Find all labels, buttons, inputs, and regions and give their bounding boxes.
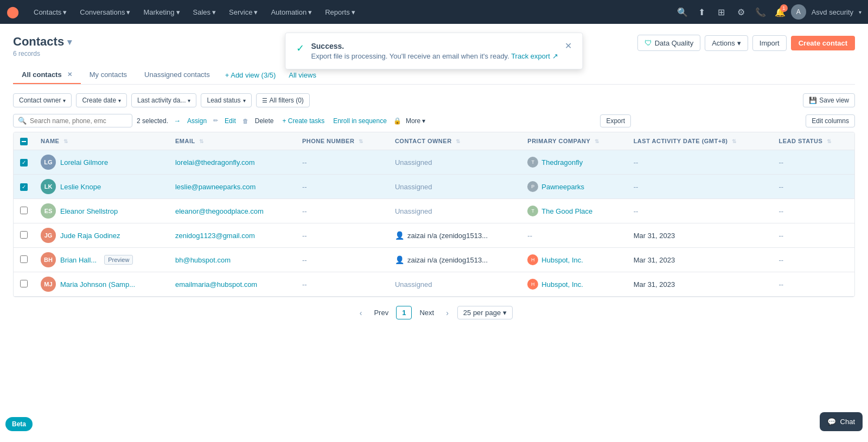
company-link[interactable]: TThe Good Place — [527, 206, 620, 216]
export-button[interactable]: Export — [600, 114, 631, 127]
company-link[interactable]: HHubspot, Inc. — [527, 279, 620, 290]
row-checkbox[interactable]: ✓ — [20, 159, 28, 166]
filter-all-filters[interactable]: ☰ All filters (0) — [256, 93, 310, 107]
company-link[interactable]: PPawneeparks — [527, 181, 620, 192]
prev-page-button[interactable]: ‹ — [355, 306, 367, 319]
tab-close-all-contacts[interactable]: ✕ — [67, 71, 72, 78]
toast-content: Success. Export file is processing. You'… — [311, 42, 558, 60]
more-button[interactable]: More ▾ — [406, 117, 425, 125]
contact-name-link[interactable]: Maria Johnson (Samp... — [60, 280, 135, 289]
contact-name-link[interactable]: Brian Hall... — [60, 256, 97, 264]
tab-my-contacts[interactable]: My contacts — [81, 66, 136, 84]
toast-title: Success. — [311, 42, 558, 50]
filter-contact-owner[interactable]: Contact owner ▾ — [13, 93, 72, 107]
select-all-checkbox[interactable] — [20, 138, 28, 145]
contact-email-link[interactable]: eleanor@thegoodplace.com — [175, 207, 264, 215]
filter-status-chevron: ▾ — [243, 98, 246, 104]
row-checkbox[interactable] — [20, 255, 28, 263]
filter-create-date[interactable]: Create date ▾ — [76, 93, 127, 107]
next-label[interactable]: Next — [416, 306, 437, 319]
contact-name-link[interactable]: Lorelai Gilmore — [60, 158, 108, 166]
search-icon-btn[interactable]: 🔍 — [674, 3, 691, 21]
toast-close-button[interactable]: ✕ — [565, 42, 572, 50]
col-header-lead-status[interactable]: LEAD STATUS ⇅ — [773, 132, 855, 150]
search-box[interactable]: 🔍 — [13, 114, 132, 127]
data-quality-button[interactable]: 🛡 Data Quality — [637, 35, 701, 51]
nav-conversations[interactable]: Conversations ▾ — [73, 0, 137, 24]
nav-automation[interactable]: Automation ▾ — [264, 0, 318, 24]
nav-service[interactable]: Service ▾ — [222, 0, 264, 24]
assign-button[interactable]: Assign — [185, 117, 209, 125]
nav-reports[interactable]: Reports ▾ — [318, 0, 362, 24]
delete-button[interactable]: Delete — [253, 117, 276, 125]
preview-badge[interactable]: Preview — [104, 255, 133, 265]
company-link[interactable]: HHubspot, Inc. — [527, 254, 620, 265]
edit-columns-button[interactable]: Edit columns — [806, 114, 855, 127]
nav-contacts[interactable]: Contacts ▾ — [27, 0, 73, 24]
col-header-company[interactable]: PRIMARY COMPANY ⇅ — [521, 132, 627, 150]
tab-unassigned-contacts[interactable]: Unassigned contacts — [136, 66, 219, 84]
add-view-button[interactable]: + Add view (3/5) — [219, 67, 283, 84]
company-link[interactable]: TThedragonfly — [527, 157, 620, 168]
contact-email-link[interactable]: lorelai@thedragonfly.com — [175, 158, 255, 166]
beta-button[interactable]: Beta — [5, 417, 33, 431]
row-activity-cell: Mar 31, 2023 — [627, 248, 773, 272]
next-page-button[interactable]: › — [442, 306, 453, 319]
col-header-phone[interactable]: PHONE NUMBER ⇅ — [296, 132, 388, 150]
row-checkbox[interactable] — [20, 280, 28, 287]
table-toolbar: 🔍 2 selected. → Assign ✏ Edit 🗑 Delete +… — [13, 114, 855, 127]
upgrade-icon-btn[interactable]: ⬆ — [693, 3, 711, 21]
tab-all-contacts[interactable]: All contacts ✕ — [13, 66, 81, 84]
contact-email-link[interactable]: leslie@pawneeparks.com — [175, 183, 256, 191]
create-contact-button[interactable]: Create contact — [791, 36, 855, 50]
title-dropdown-icon[interactable]: ▾ — [67, 37, 72, 47]
edit-button[interactable]: Edit — [222, 117, 238, 125]
enroll-sequence-button[interactable]: Enroll in sequence — [331, 117, 389, 125]
hubspot-logo[interactable]: ⬤ — [7, 5, 18, 18]
chat-button[interactable]: 💬 Chat — [820, 412, 863, 431]
search-input[interactable] — [30, 117, 127, 125]
contact-name-link[interactable]: Eleanor Shellstrop — [60, 207, 118, 215]
apps-icon-btn[interactable]: ⊞ — [713, 3, 730, 21]
row-status-cell: -- — [773, 150, 855, 175]
actions-button[interactable]: Actions ▾ — [705, 35, 748, 51]
phone-value: -- — [302, 232, 307, 240]
settings-icon-btn[interactable]: ⚙ — [732, 3, 750, 21]
contact-email-link[interactable]: zenidog1123@gmail.com — [175, 232, 255, 240]
contact-email-link[interactable]: emailmaria@hubspot.com — [175, 280, 257, 289]
col-header-name[interactable]: NAME ⇅ — [34, 132, 169, 150]
user-avatar[interactable]: A — [791, 4, 806, 20]
nav-marketing[interactable]: Marketing ▾ — [137, 0, 186, 24]
calls-icon-btn[interactable]: 📞 — [752, 3, 769, 21]
import-button[interactable]: Import — [752, 35, 787, 51]
company-avatar: T — [527, 157, 538, 168]
col-header-email[interactable]: EMAIL ⇅ — [169, 132, 296, 150]
current-page[interactable]: 1 — [396, 306, 412, 319]
col-header-owner[interactable]: CONTACT OWNER ⇅ — [388, 132, 521, 150]
col-header-last-activity[interactable]: LAST ACTIVITY DATE (GMT+8) ⇅ — [627, 132, 773, 150]
row-checkbox[interactable]: ✓ — [20, 183, 28, 191]
row-checkbox[interactable] — [20, 207, 28, 214]
notifications-icon-btn[interactable]: 🔔 1 — [771, 3, 789, 21]
lock-icon: 🔒 — [393, 117, 401, 125]
save-view-button[interactable]: 💾 Save view — [803, 93, 855, 107]
last-activity-value: -- — [634, 207, 639, 215]
filter-last-activity[interactable]: Last activity da... ▾ — [131, 93, 196, 107]
per-page-selector[interactable]: 25 per page ▾ — [457, 306, 513, 319]
contact-name-link[interactable]: Jude Raja Godinez — [60, 232, 120, 240]
company-name: Hubspot, Inc. — [541, 280, 583, 289]
contact-email-link[interactable]: bh@hubspot.com — [175, 256, 231, 264]
user-name[interactable]: Asvd security — [808, 8, 857, 16]
contact-name-link[interactable]: Leslie Knope — [60, 183, 101, 191]
owner-value: Unassigned — [395, 280, 432, 289]
create-tasks-button[interactable]: + Create tasks — [280, 117, 327, 125]
filter-lead-status[interactable]: Lead status ▾ — [201, 93, 251, 107]
user-dropdown-icon[interactable]: ▾ — [859, 9, 861, 15]
company-name: The Good Place — [541, 207, 592, 215]
nav-sales[interactable]: Sales ▾ — [187, 0, 223, 24]
row-checkbox[interactable] — [20, 231, 28, 239]
prev-label[interactable]: Prev — [371, 306, 392, 319]
row-email-cell: leslie@pawneeparks.com — [169, 175, 296, 199]
toast-track-export-link[interactable]: Track export ↗ — [511, 52, 558, 60]
contact-avatar: MJ — [41, 277, 56, 292]
